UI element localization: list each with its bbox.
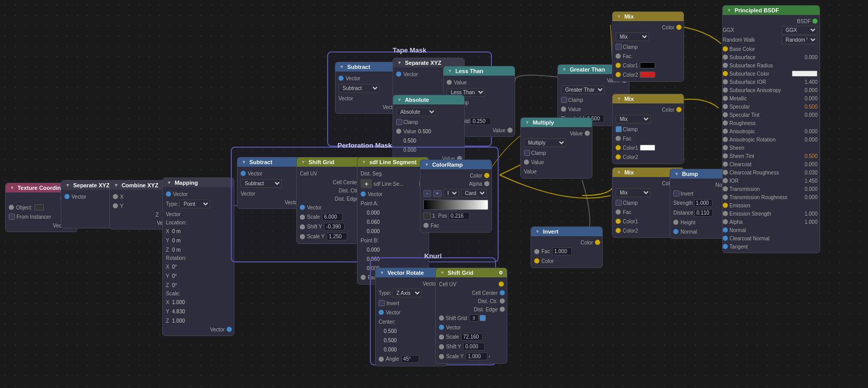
sdf-line-header: ▼ sdf Line Segment ⚙ [358, 157, 429, 167]
p-base-color-socket [723, 46, 728, 51]
mapping-scale-y: Y 4.830 [163, 307, 234, 316]
sdf-point-b-label: Point B: [358, 236, 429, 245]
mul-clamp-checkbox[interactable] [524, 150, 530, 156]
mix3-color2-socket [616, 228, 621, 233]
cxyz-y-in-socket [113, 203, 118, 208]
sxyz1-vector-in-socket [64, 194, 70, 199]
mul-dropdown-select[interactable]: Multiply [524, 138, 566, 147]
mix-1-title: Mix [624, 13, 634, 20]
cr-interpolation-select[interactable]: Cardinal [461, 189, 487, 198]
greater-than-title: Greater Than [570, 66, 605, 73]
sg-scale-input[interactable] [322, 213, 343, 221]
p-sheen-tint-socket [723, 153, 728, 158]
inv-fac-input[interactable] [552, 248, 572, 255]
mix3-fac-in-socket [616, 209, 621, 215]
mapping-loc-y: Y 0 m [163, 236, 234, 245]
inv-fac-row: Fac [531, 246, 602, 256]
p-specular-tint-row: Specular Tint 0.000 [723, 111, 820, 119]
p-normal-row: Normal [723, 226, 820, 234]
lt-value-in: Value [444, 78, 515, 87]
cr-gradient-bar[interactable] [423, 200, 488, 210]
abs-dropdown-select[interactable]: Absolute [396, 108, 436, 116]
sgk-scale-row: Scale [436, 332, 507, 342]
mix1-fac-in: Fac [612, 51, 684, 61]
vr-angle-input[interactable] [401, 355, 419, 363]
mapping-vector-in-socket [166, 191, 171, 197]
vr-invert-checkbox[interactable] [379, 300, 385, 306]
mix2-dropdown-select[interactable]: Mix [616, 115, 651, 124]
sdf-pa-y: 0.060 [364, 217, 429, 226]
mix3-clamp-checkbox[interactable] [616, 200, 622, 206]
tc-from-instancer-checkbox[interactable] [9, 214, 15, 220]
mix2-color1-swatch[interactable] [640, 145, 655, 151]
mapping-location-label: Location: [163, 219, 234, 226]
multiply-title: Multiply [533, 119, 554, 126]
sgk-scale-input[interactable] [461, 333, 483, 341]
mix-node-1: ▼ Mix Color Mix Clamp Fac Color1 Color2 [612, 11, 684, 82]
gt-dropdown-select[interactable]: Greater Than [561, 85, 605, 94]
mapping-type-select[interactable]: Point [179, 200, 210, 208]
mix1-color1-swatch[interactable] [640, 62, 655, 68]
lt-threshold-input[interactable] [470, 117, 491, 125]
sg-shifty-input[interactable] [324, 223, 345, 231]
mapping-loc-x: X 0 m [163, 226, 234, 236]
inv-color-out: Color [531, 238, 602, 246]
p-ggx-select[interactable]: GGX [781, 26, 818, 34]
mix1-color1-socket [616, 63, 621, 68]
mix1-clamp-checkbox[interactable] [616, 44, 622, 50]
bump-distance-input[interactable] [694, 209, 713, 217]
cr-minus-btn[interactable]: − [423, 190, 431, 197]
sdf-fac-in-socket [361, 275, 366, 280]
p-subsurface-radius-socket [723, 63, 728, 68]
sgk-vector-in: Vector [436, 323, 507, 332]
sg-scaley-input[interactable] [327, 233, 347, 240]
sgk-scaley-input[interactable] [466, 352, 487, 360]
cr-plus-btn[interactable]: + [433, 190, 441, 197]
multiply-header: ▼ Multiply [521, 118, 592, 127]
mix2-color2-row: Color2 [612, 152, 684, 162]
p-subsurface-color-swatch[interactable] [792, 70, 818, 77]
sp-type-select[interactable]: Subtract [241, 179, 282, 188]
inv-color-out-socket [595, 240, 600, 245]
p-tangent-row: Tangent [723, 242, 820, 251]
sdf-vector-in: Vector [358, 189, 429, 199]
cr-pos-input[interactable] [449, 212, 469, 220]
vr-type-select[interactable]: Z Axis [392, 289, 422, 297]
p-random-walk-select[interactable]: Random Walk [781, 36, 818, 44]
vector-rotate-title: Vector Rotate [387, 270, 424, 276]
sgk-dist-ctr-socket [500, 298, 505, 304]
sgk-scaley-row: Scale Y › [436, 351, 507, 361]
sgk-dist-ctr: Dist. Ctr. [436, 297, 507, 305]
p-roughness-socket [723, 120, 728, 126]
shift-grid-perf-title: Shift Grid [309, 159, 334, 165]
p-subsurface-anisotropy-row: Subsurface Anisotropy 0.000 [723, 86, 820, 94]
sgk-shifty-input[interactable] [463, 343, 485, 350]
p-emission-socket [723, 203, 728, 208]
sgk-dist-edge-socket [500, 307, 505, 312]
principled-title: Principled BSDF [735, 7, 779, 13]
invert-node: ▼ Invert Color Fac Color [531, 226, 603, 268]
mix1-dropdown-select[interactable]: Mix [616, 32, 649, 41]
sgk-enabled-checkbox[interactable] [480, 315, 486, 321]
bump-title: Bump [682, 171, 698, 177]
mix3-dropdown-select[interactable]: Mix [616, 188, 651, 197]
subtract-tape-type-select[interactable]: Subtract [338, 84, 380, 93]
sg-vec-in-socket [300, 205, 305, 210]
mix2-color2-socket [616, 154, 621, 160]
sdf-pb-x: 0.000 [364, 245, 429, 254]
p-anisotropic-row: Anisotropic 0.000 [723, 127, 820, 135]
p-transmission-roughness-row: Transmission Roughness 0.000 [723, 193, 820, 201]
mix2-color1-socket [616, 145, 621, 150]
invert-title: Invert [543, 228, 558, 235]
mul-clamp: Clamp [521, 148, 592, 157]
mapping-rot-x: X 0° [163, 262, 234, 271]
gt-clamp-checkbox[interactable] [561, 97, 567, 103]
bump-strength-input[interactable] [694, 199, 712, 207]
bump-invert-checkbox[interactable] [673, 190, 679, 197]
sgk-cell-center-socket [500, 290, 505, 295]
mix2-clamp-checkbox[interactable] [616, 126, 622, 132]
mix1-color2-swatch[interactable] [640, 72, 655, 78]
cr-mode-select[interactable]: RGB [444, 189, 459, 198]
abs-clamp-checkbox[interactable] [396, 119, 402, 125]
mul-value2: Value [521, 167, 592, 176]
